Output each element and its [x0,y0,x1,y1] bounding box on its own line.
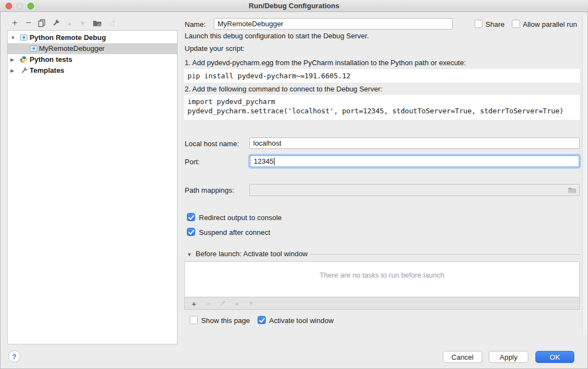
arrow-up-icon: ▲ [67,20,72,26]
name-input[interactable]: MyRemoteDebugger [214,18,453,30]
edit-task-button[interactable] [218,298,227,308]
add-configuration-button[interactable]: + [10,18,20,28]
path-mappings-label: Path mappings: [185,186,234,194]
folder-icon [568,187,576,194]
settrace-code-block: import pydevd_pycharm pydevd_pycharm.set… [184,95,580,120]
instruction-step-1: 1. Add pydevd-pycharm.egg from the PyCha… [185,59,466,67]
templates-wrench-icon [20,67,28,74]
edit-templates-button[interactable] [51,18,61,28]
remove-configuration-button[interactable]: − [24,18,33,28]
local-host-name-label: Local host name: [185,140,239,148]
local-host-name-input[interactable]: localhost [249,137,580,149]
move-down-button[interactable]: ▼ [78,18,88,28]
allow-parallel-run-label[interactable]: Allow parallel run [523,20,577,28]
redirect-output-label[interactable]: Redirect output to console [199,214,282,222]
chevron-down-icon[interactable]: ▼ [10,35,15,41]
move-up-button[interactable]: ▲ [65,18,75,28]
arrow-down-icon: ▼ [80,20,85,26]
title-bar: Run/Debug Configurations [0,0,588,12]
cancel-button[interactable]: Cancel [443,351,482,363]
task-list-toolbar: + − ▲ ▼ [184,297,580,310]
instruction-line-1: Launch this debug configuration to start… [185,32,369,40]
new-folder-button[interactable] [92,18,102,28]
arrow-down-icon: ▼ [249,301,254,306]
minus-icon: − [206,299,211,308]
before-launch-task-list[interactable]: There are no tasks to run before launch [184,261,580,297]
port-input[interactable]: 12345 [250,155,579,167]
port-value: 12345 [254,157,273,165]
instruction-step-2: 2. Add the following command to connect … [185,85,383,93]
browse-folder-button[interactable] [568,187,576,194]
ok-button[interactable]: OK [535,351,574,363]
share-checkbox[interactable] [475,20,483,28]
run-debug-configurations-dialog: Run/Debug Configurations + − ▲ ▼ ↓ az [0,0,588,369]
sort-configurations-button[interactable]: ↓ az [107,18,117,28]
tree-item-label: Templates [30,66,64,74]
apply-button[interactable]: Apply [489,351,528,363]
pencil-icon [219,300,226,307]
allow-parallel-run-checkbox[interactable] [512,20,520,28]
plus-icon: + [12,19,18,27]
new-folder-icon [93,19,102,27]
chevron-right-icon[interactable]: ▶ [10,68,14,73]
copy-configuration-button[interactable] [37,18,47,28]
import-statement: import pydevd_pycharm [187,97,580,106]
suspend-after-connect-checkbox[interactable] [187,228,195,236]
minus-icon: − [26,19,31,27]
tree-item-python-tests[interactable]: ▶ Python tests [8,54,177,65]
tree-item-myremotedebugger[interactable]: MyRemoteDebugger [8,43,177,54]
add-task-button[interactable]: + [189,298,199,308]
section-divider [310,254,580,255]
suspend-after-connect-label[interactable]: Suspend after connect [199,228,270,237]
chevron-right-icon[interactable]: ▶ [10,57,14,62]
port-label: Port: [185,158,199,166]
activate-tool-window-label[interactable]: Activate tool window [269,316,334,325]
tree-item-label: MyRemoteDebugger [39,44,105,53]
move-task-up-button[interactable]: ▲ [232,298,242,308]
settrace-statement: pydevd_pycharm.settrace('localhost', por… [187,106,580,116]
wrench-icon [52,19,60,27]
path-mappings-input[interactable] [249,184,580,196]
show-this-page-checkbox[interactable] [190,316,198,324]
pip-install-command: pip install pydevd-pycharm~=191.6605.12 [187,72,350,80]
question-mark-icon: ? [12,353,16,361]
text-caret [274,158,275,165]
tree-item-python-remote-debug[interactable]: ▼ Python Remote Debug [8,32,177,43]
arrow-up-icon: ▲ [235,301,239,306]
instruction-line-2: Update your script: [185,44,244,53]
before-launch-label: Before launch: Activate tool window [196,250,308,258]
plus-icon: + [192,299,197,308]
description-pane-border [582,15,583,335]
description-pane-margin [583,15,587,335]
copy-icon [38,19,46,27]
move-task-down-button[interactable]: ▼ [246,298,256,308]
redirect-output-checkbox[interactable] [187,213,195,221]
configurations-tree: ▼ Python Remote Debug MyRemoteDebugger ▶ [7,30,178,344]
share-label[interactable]: Share [486,20,505,28]
python-icon [20,56,27,64]
sort-alphabetically-icon: ↓ az [109,19,115,27]
name-label: Name: [185,20,205,28]
remove-task-button[interactable]: − [203,298,213,308]
tree-item-label: Python Remote Debug [30,33,106,42]
tree-item-templates[interactable]: ▶ Templates [8,65,177,76]
activate-tool-window-checkbox[interactable] [258,316,266,324]
help-button[interactable]: ? [8,350,20,362]
local-host-name-value: localhost [253,139,281,147]
collapse-section-icon[interactable]: ▼ [187,252,192,257]
empty-tasks-message: There are no tasks to run before launch [185,271,579,279]
remote-debug-config-icon [30,45,38,52]
name-value: MyRemoteDebugger [218,20,283,28]
window-title: Run/Debug Configurations [0,2,588,10]
remote-debug-config-icon [20,34,28,41]
pip-install-code-block: pip install pydevd-pycharm~=191.6605.12 [184,69,580,83]
tree-item-label: Python tests [30,55,72,64]
show-this-page-label[interactable]: Show this page [201,316,250,325]
